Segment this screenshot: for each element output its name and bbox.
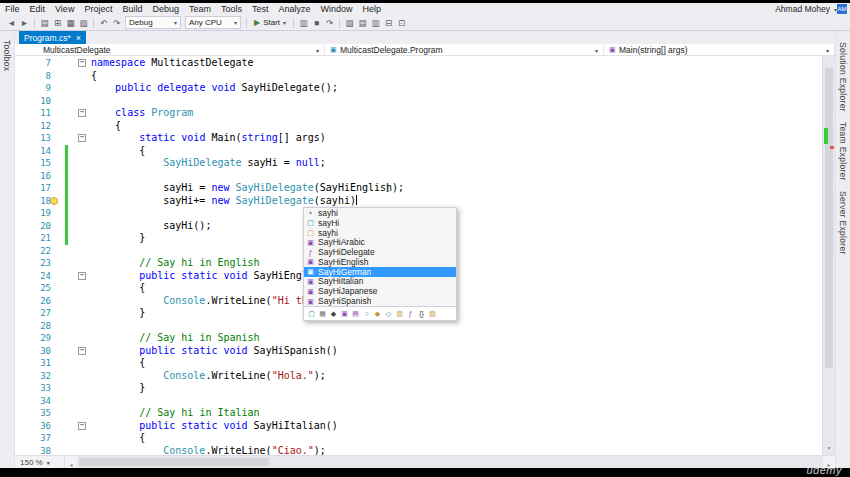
pause-icon[interactable]: ▥ xyxy=(297,16,310,30)
fold-margin[interactable] xyxy=(75,220,91,233)
glyph-margin[interactable] xyxy=(59,195,75,208)
fold-margin[interactable] xyxy=(75,432,91,445)
code-line-17[interactable]: 17 sayHi = new SayHiDelegate(SayHiEnglis… xyxy=(15,182,822,195)
filter-properties-icon[interactable]: ◆ xyxy=(329,309,338,318)
zoom-control[interactable]: 150 % xyxy=(15,456,65,468)
code-editor[interactable]: 7namespace MulticastDelegate8{9 public d… xyxy=(15,56,835,455)
completion-item-sayhijapanese[interactable]: ▣SayHiJapanese xyxy=(304,286,456,296)
glyph-margin[interactable] xyxy=(59,157,75,170)
filter-delegates-icon[interactable]: ƒ xyxy=(406,309,415,318)
filter-namespaces-icon[interactable]: {} xyxy=(417,309,426,318)
code-line-36[interactable]: 36 public static void SayHiItalian() xyxy=(15,420,822,433)
horizontal-scroll-track[interactable] xyxy=(77,456,823,468)
code-line-37[interactable]: 37 { xyxy=(15,432,822,445)
glyph-margin[interactable] xyxy=(59,245,75,258)
new-file-icon[interactable]: ▤ xyxy=(38,16,51,30)
fold-margin[interactable] xyxy=(75,320,91,333)
filter-enums-icon[interactable]: ▥ xyxy=(395,309,404,318)
glyph-margin[interactable] xyxy=(59,357,75,370)
glyph-margin[interactable] xyxy=(59,220,75,233)
type-dropdown[interactable]: ▣ MulticastDelegate.Program xyxy=(325,44,604,55)
glyph-margin[interactable] xyxy=(59,432,75,445)
code-line-28[interactable]: 28 xyxy=(15,320,822,333)
completion-item-sayhi[interactable]: ▢sayhi xyxy=(304,228,456,238)
glyph-margin[interactable] xyxy=(59,270,75,283)
code-line-38[interactable]: 38 Console.WriteLine("Ciao."); xyxy=(15,445,822,456)
code-line-8[interactable]: 8{ xyxy=(15,70,822,83)
glyph-margin[interactable] xyxy=(59,345,75,358)
completion-item-sayhiarabic[interactable]: ▣SayHiArabic xyxy=(304,237,456,247)
glyph-margin[interactable] xyxy=(59,332,75,345)
fold-margin[interactable] xyxy=(75,182,91,195)
glyph-margin[interactable] xyxy=(59,282,75,295)
fold-margin[interactable] xyxy=(75,145,91,158)
nav-forward-icon[interactable]: ► xyxy=(18,16,31,30)
horizontal-scroll-thumb[interactable] xyxy=(79,458,269,466)
code-line-10[interactable]: 10 xyxy=(15,95,822,108)
code-line-29[interactable]: 29 // Say hi in Spanish xyxy=(15,332,822,345)
menu-help[interactable]: Help xyxy=(358,3,387,15)
collapse-icon[interactable] xyxy=(78,347,86,355)
glyph-margin[interactable] xyxy=(59,395,75,408)
lightbulb-icon[interactable] xyxy=(50,197,58,205)
collapse-icon[interactable] xyxy=(78,109,86,117)
vertical-scroll-thumb[interactable] xyxy=(825,68,833,368)
vertical-scrollbar[interactable] xyxy=(822,56,835,455)
filter-constants-icon[interactable]: ▦ xyxy=(318,309,327,318)
collapse-icon[interactable] xyxy=(78,272,86,280)
code-line-31[interactable]: 31 { xyxy=(15,357,822,370)
glyph-margin[interactable] xyxy=(59,57,75,70)
fold-margin[interactable] xyxy=(75,157,91,170)
glyph-margin[interactable] xyxy=(59,145,75,158)
glyph-margin[interactable] xyxy=(59,120,75,133)
save-all-icon[interactable]: ▧ xyxy=(77,16,90,30)
completion-item-sayhi[interactable]: ▢sayHi xyxy=(304,218,456,228)
filter-structs-icon[interactable]: ◇ xyxy=(384,309,393,318)
left-tab-toolbox[interactable]: Toolbox xyxy=(2,35,12,76)
code-line-30[interactable]: 30 public static void SayHiSpanish() xyxy=(15,345,822,358)
code-line-11[interactable]: 11 class Program xyxy=(15,107,822,120)
code-line-34[interactable]: 34 xyxy=(15,395,822,408)
filter-classes-icon[interactable]: ◆ xyxy=(373,309,382,318)
fold-margin[interactable] xyxy=(75,70,91,83)
code-line-33[interactable]: 33 } xyxy=(15,382,822,395)
fold-margin[interactable] xyxy=(75,245,91,258)
fold-margin[interactable] xyxy=(75,332,91,345)
glyph-margin[interactable] xyxy=(59,70,75,83)
fold-margin[interactable] xyxy=(75,370,91,383)
fold-margin[interactable] xyxy=(75,395,91,408)
menu-view[interactable]: View xyxy=(50,3,79,15)
code-line-32[interactable]: 32 Console.WriteLine("Hola."); xyxy=(15,370,822,383)
glyph-margin[interactable] xyxy=(59,320,75,333)
code-line-9[interactable]: 9 public delegate void SayHiDelegate(); xyxy=(15,82,822,95)
right-tab-team-explorer[interactable]: Team Explorer xyxy=(838,117,848,186)
glyph-margin[interactable] xyxy=(59,232,75,245)
glyph-margin[interactable] xyxy=(59,420,75,433)
open-file-icon[interactable]: ⊞ xyxy=(51,16,64,30)
code-line-14[interactable]: 14 { xyxy=(15,145,822,158)
code-line-7[interactable]: 7namespace MulticastDelegate xyxy=(15,57,822,70)
nav-back-icon[interactable]: ◄ xyxy=(5,16,18,30)
filter-interfaces-icon[interactable]: ○ xyxy=(362,309,371,318)
fold-margin[interactable] xyxy=(75,232,91,245)
completion-item-sayhiitalian[interactable]: ▣SayHiItalian xyxy=(304,277,456,287)
menu-build[interactable]: Build xyxy=(117,3,147,15)
code-viewport[interactable]: 7namespace MulticastDelegate8{9 public d… xyxy=(15,56,822,455)
completion-item-sayhienglish[interactable]: ▣SayHiEnglish xyxy=(304,257,456,267)
filter-locals-icon[interactable]: ▢ xyxy=(307,309,316,318)
fold-margin[interactable] xyxy=(75,95,91,108)
uncomment-icon[interactable]: ▥ xyxy=(369,16,382,30)
completion-item-sayhi[interactable]: ▪sayhi xyxy=(304,208,456,218)
fold-margin[interactable] xyxy=(75,170,91,183)
menu-file[interactable]: File xyxy=(0,3,25,15)
glyph-margin[interactable] xyxy=(59,170,75,183)
find-in-files-icon[interactable]: ▨ xyxy=(343,16,356,30)
fold-margin[interactable] xyxy=(75,132,91,145)
scroll-down-icon[interactable] xyxy=(823,436,835,454)
platform-dropdown[interactable]: Any CPU xyxy=(185,16,241,29)
right-tab-server-explorer[interactable]: Server Explorer xyxy=(838,186,848,260)
menu-analyze[interactable]: Analyze xyxy=(274,3,316,15)
glyph-margin[interactable] xyxy=(59,182,75,195)
debug-target-dropdown[interactable]: Debug xyxy=(125,16,181,29)
glyph-margin[interactable] xyxy=(59,82,75,95)
